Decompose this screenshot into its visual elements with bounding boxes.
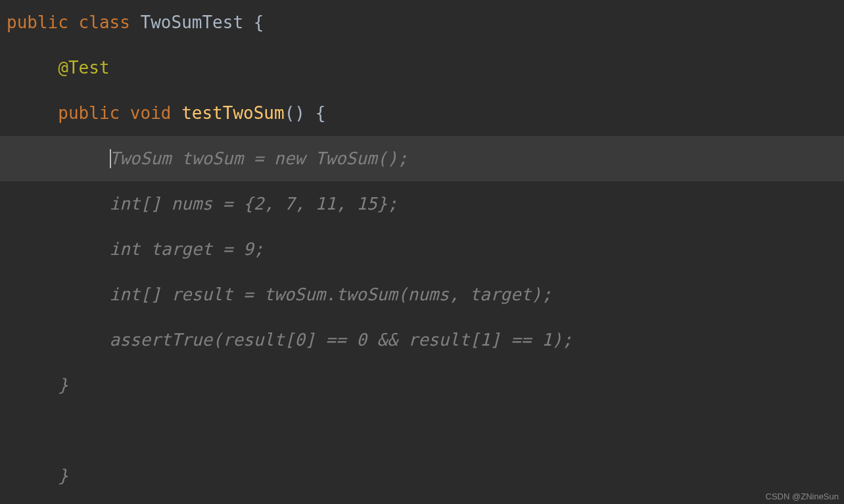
- close-brace: }: [58, 466, 68, 486]
- keyword-public: public: [7, 12, 68, 32]
- code-line: int target = 9;: [0, 227, 844, 272]
- code-line: @Test: [0, 45, 844, 91]
- open-brace: {: [316, 103, 326, 123]
- code-line: public void testTwoSum() {: [0, 91, 844, 136]
- code-line: public class TwoSumTest {: [0, 0, 844, 45]
- class-name: TwoSumTest: [141, 12, 244, 32]
- code-line-active: TwoSum twoSum = new TwoSum();: [0, 136, 844, 181]
- code-line: int[] result = twoSum.twoSum(nums, targe…: [0, 272, 844, 317]
- open-brace: {: [254, 12, 264, 32]
- code-suggestion: int[] nums = {2, 7, 11, 15};: [110, 194, 398, 214]
- code-suggestion: int[] result = twoSum.twoSum(nums, targe…: [110, 285, 552, 304]
- close-brace: }: [58, 375, 68, 395]
- code-suggestion: int target = 9;: [110, 239, 264, 259]
- keyword-class: class: [79, 12, 130, 32]
- code-line: assertTrue(result[0] == 0 && result[1] =…: [0, 317, 844, 363]
- annotation-test: @Test: [58, 58, 109, 78]
- keyword-public: public: [58, 103, 120, 123]
- parentheses: (): [285, 103, 305, 123]
- method-name: testTwoSum: [181, 103, 285, 123]
- watermark: CSDN @ZNineSun: [766, 492, 839, 501]
- keyword-void: void: [130, 103, 172, 123]
- code-suggestion: assertTrue(result[0] == 0 && result[1] =…: [110, 330, 573, 350]
- code-line-blank: [0, 408, 844, 453]
- code-line: int[] nums = {2, 7, 11, 15};: [0, 181, 844, 227]
- code-line: }: [0, 453, 844, 499]
- code-line: }: [0, 499, 844, 504]
- code-line: }: [0, 363, 844, 408]
- code-editor[interactable]: public class TwoSumTest { @Test public v…: [0, 0, 844, 504]
- code-suggestion: TwoSum twoSum = new TwoSum();: [110, 149, 408, 168]
